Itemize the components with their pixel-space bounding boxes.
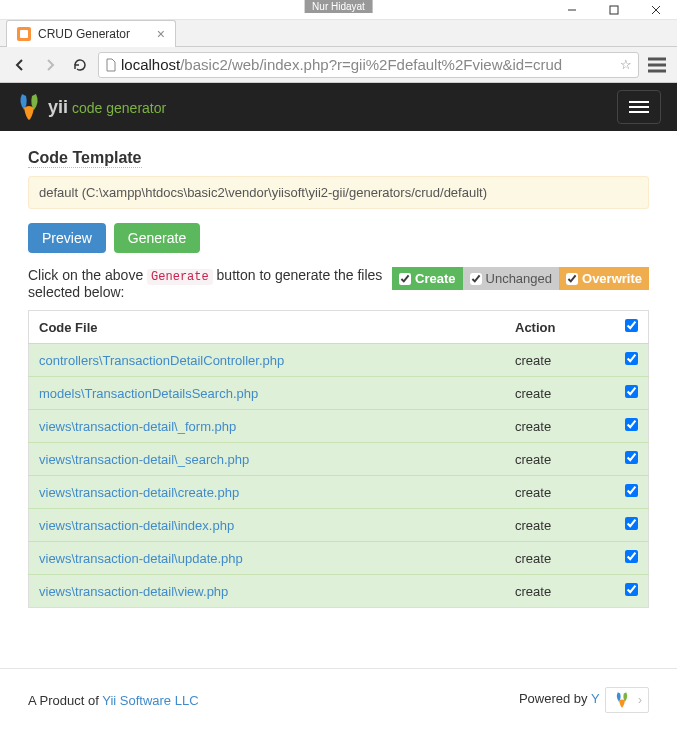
yii-logo-icon: [16, 92, 42, 122]
table-row: views\transaction-detail\index.phpcreate: [29, 509, 649, 542]
page-content: Code Template default (C:\xampp\htdocs\b…: [0, 131, 677, 628]
row-checkbox[interactable]: [625, 550, 638, 563]
footer-product-link[interactable]: Yii Software LLC: [102, 693, 198, 708]
powered-logo[interactable]: ›: [605, 687, 649, 713]
header-file: Code File: [29, 311, 506, 344]
brand-logo[interactable]: yii code generator: [16, 92, 166, 122]
url-text: localhost/basic2/web/index.php?r=gii%2Fd…: [121, 56, 562, 73]
table-row: views\transaction-detail\create.phpcreat…: [29, 476, 649, 509]
row-checkbox[interactable]: [625, 583, 638, 596]
chevron-right-icon: ›: [638, 693, 642, 707]
check-cell: [615, 575, 649, 608]
action-cell: create: [505, 542, 615, 575]
browser-menu-button[interactable]: [645, 53, 669, 77]
instruction-text: Click on the above Generate button to ge…: [28, 267, 382, 300]
legend-unchanged[interactable]: Unchanged: [463, 267, 560, 290]
file-cell: models\TransactionDetailsSearch.php: [29, 377, 506, 410]
row-checkbox[interactable]: [625, 385, 638, 398]
navbar-toggle-button[interactable]: [617, 90, 661, 124]
action-cell: create: [505, 377, 615, 410]
footer-product: A Product of Yii Software LLC: [28, 693, 199, 708]
file-link[interactable]: views\transaction-detail\update.php: [39, 551, 243, 566]
url-input[interactable]: localhost/basic2/web/index.php?r=gii%2Fd…: [98, 52, 639, 78]
row-checkbox[interactable]: [625, 418, 638, 431]
bookmark-star-icon[interactable]: ☆: [620, 57, 632, 72]
file-link[interactable]: views\transaction-detail\_search.php: [39, 452, 249, 467]
tab-title: CRUD Generator: [38, 27, 130, 41]
header-action: Action: [505, 311, 615, 344]
check-cell: [615, 476, 649, 509]
footer: A Product of Yii Software LLC Powered by…: [0, 668, 677, 731]
legend: Create Unchanged Overwrite: [392, 267, 649, 290]
row-checkbox[interactable]: [625, 517, 638, 530]
table-row: views\transaction-detail\_form.phpcreate: [29, 410, 649, 443]
table-row: views\transaction-detail\update.phpcreat…: [29, 542, 649, 575]
browser-tab[interactable]: CRUD Generator ×: [6, 20, 176, 47]
generate-button[interactable]: Generate: [114, 223, 200, 253]
file-link[interactable]: controllers\TransactionDetailController.…: [39, 353, 284, 368]
table-row: models\TransactionDetailsSearch.phpcreat…: [29, 377, 649, 410]
select-all-checkbox[interactable]: [625, 319, 638, 332]
user-badge: Nur Hidayat: [304, 0, 373, 13]
maximize-button[interactable]: [593, 0, 635, 20]
svg-rect-1: [610, 6, 618, 14]
legend-unchanged-checkbox[interactable]: [470, 273, 482, 285]
action-cell: create: [505, 476, 615, 509]
file-link[interactable]: views\transaction-detail\view.php: [39, 584, 228, 599]
table-row: controllers\TransactionDetailController.…: [29, 344, 649, 377]
app-navbar: yii code generator: [0, 83, 677, 131]
legend-create[interactable]: Create: [392, 267, 462, 290]
section-title: Code Template: [28, 149, 142, 168]
generate-code-label: Generate: [147, 269, 213, 285]
action-cell: create: [505, 509, 615, 542]
row-checkbox[interactable]: [625, 352, 638, 365]
file-link[interactable]: models\TransactionDetailsSearch.php: [39, 386, 258, 401]
reload-button[interactable]: [68, 53, 92, 77]
files-table: Code File Action controllers\Transaction…: [28, 310, 649, 608]
action-cell: create: [505, 344, 615, 377]
legend-overwrite-checkbox[interactable]: [566, 273, 578, 285]
table-row: views\transaction-detail\_search.phpcrea…: [29, 443, 649, 476]
row-checkbox[interactable]: [625, 451, 638, 464]
footer-powered: Powered by Y ›: [519, 687, 649, 713]
window-titlebar: Nur Hidayat: [0, 0, 677, 20]
footer-powered-link[interactable]: Y: [591, 691, 599, 706]
browser-addressbar: localhost/basic2/web/index.php?r=gii%2Fd…: [0, 47, 677, 83]
check-cell: [615, 542, 649, 575]
close-button[interactable]: [635, 0, 677, 20]
legend-create-checkbox[interactable]: [399, 273, 411, 285]
file-link[interactable]: views\transaction-detail\index.php: [39, 518, 234, 533]
check-cell: [615, 443, 649, 476]
check-cell: [615, 344, 649, 377]
yii-logo-small-icon: [612, 691, 632, 709]
back-button[interactable]: [8, 53, 32, 77]
browser-tabstrip: CRUD Generator ×: [0, 20, 677, 47]
brand-sub: code generator: [72, 100, 166, 116]
action-cell: create: [505, 443, 615, 476]
check-cell: [615, 509, 649, 542]
check-cell: [615, 377, 649, 410]
file-cell: controllers\TransactionDetailController.…: [29, 344, 506, 377]
preview-button[interactable]: Preview: [28, 223, 106, 253]
file-cell: views\transaction-detail\_form.php: [29, 410, 506, 443]
action-cell: create: [505, 575, 615, 608]
legend-overwrite[interactable]: Overwrite: [559, 267, 649, 290]
header-check: [615, 311, 649, 344]
tab-favicon-icon: [17, 27, 31, 41]
row-checkbox[interactable]: [625, 484, 638, 497]
file-cell: views\transaction-detail\create.php: [29, 476, 506, 509]
minimize-button[interactable]: [551, 0, 593, 20]
file-cell: views\transaction-detail\view.php: [29, 575, 506, 608]
brand-main: yii: [48, 97, 68, 118]
table-row: views\transaction-detail\view.phpcreate: [29, 575, 649, 608]
check-cell: [615, 410, 649, 443]
close-icon[interactable]: ×: [157, 26, 165, 42]
file-cell: views\transaction-detail\_search.php: [29, 443, 506, 476]
file-cell: views\transaction-detail\update.php: [29, 542, 506, 575]
forward-button[interactable]: [38, 53, 62, 77]
file-link[interactable]: views\transaction-detail\create.php: [39, 485, 239, 500]
action-cell: create: [505, 410, 615, 443]
file-icon: [105, 58, 117, 72]
file-cell: views\transaction-detail\index.php: [29, 509, 506, 542]
file-link[interactable]: views\transaction-detail\_form.php: [39, 419, 236, 434]
